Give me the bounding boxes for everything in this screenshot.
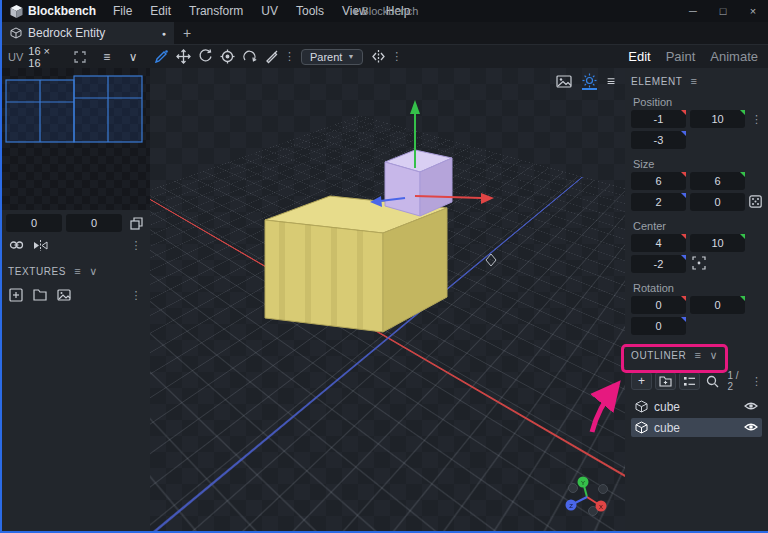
outliner-options-icon[interactable]: ⋮ (751, 375, 762, 388)
toolbar-separator-icon: ⋮ (282, 50, 297, 63)
menu-uv[interactable]: UV (252, 0, 287, 22)
position-z-value: -3 (654, 134, 664, 146)
tab-label: Bedrock Entity (28, 26, 105, 40)
visibility-eye-icon[interactable] (744, 421, 758, 435)
uv-collapse-icon[interactable]: ∨ (123, 47, 145, 67)
textures-options-icon[interactable]: ⋮ (126, 286, 146, 304)
center-z-value: -2 (654, 258, 664, 270)
position-z-input[interactable]: -3 (631, 131, 686, 149)
add-cube-button[interactable]: + (631, 372, 652, 390)
position-x-value: -1 (654, 113, 664, 125)
inflate-value: 0 (714, 196, 720, 208)
center-y-input[interactable]: 10 (690, 234, 745, 252)
center-pivot-icon[interactable] (692, 256, 706, 272)
reference-image-button[interactable] (54, 286, 74, 304)
uv-u-value: 0 (31, 217, 37, 229)
blockbench-window: ● Blockbench Blockbench File Edit Transf… (0, 0, 768, 533)
rotation-x-value: 0 (655, 299, 661, 311)
rotation-y-value: 0 (714, 299, 720, 311)
import-texture-button[interactable] (30, 286, 50, 304)
tab-bar: Bedrock Entity ● + (2, 22, 768, 44)
position-options-icon[interactable]: ⋮ (751, 113, 762, 126)
menu-transform[interactable]: Transform (180, 0, 252, 22)
menu-edit[interactable]: Edit (141, 0, 180, 22)
textures-menu-icon[interactable]: ≡ (74, 265, 81, 277)
uv-frame-icon[interactable] (69, 47, 91, 67)
move-tool[interactable] (172, 47, 194, 67)
textures-collapse-icon[interactable]: ∨ (89, 265, 98, 278)
mirror-uv-icon[interactable] (30, 236, 50, 254)
center-x-value: 4 (655, 237, 661, 249)
unsaved-indicator: ● (162, 30, 166, 37)
outliner-item-cube-2[interactable]: cube (631, 418, 762, 437)
center-z-input[interactable]: -2 (631, 255, 686, 273)
pivot-tool[interactable] (216, 47, 238, 67)
rotate-handle-diamond[interactable] (486, 254, 496, 266)
uv-mapping-overlay[interactable] (2, 68, 150, 210)
yellow-cube[interactable] (265, 196, 447, 340)
size-z-value: 2 (655, 196, 661, 208)
inflate-input[interactable]: 0 (690, 193, 745, 211)
viewport-menu-icon[interactable]: ≡ (607, 72, 615, 90)
parent-dropdown[interactable]: Parent ▼ (301, 49, 363, 65)
size-x-input[interactable]: 6 (631, 172, 686, 190)
uv-menu-icon[interactable]: ≡ (96, 47, 118, 67)
visibility-eye-icon[interactable] (744, 400, 758, 414)
uv-v-input[interactable]: 0 (66, 214, 122, 232)
create-texture-button[interactable] (6, 286, 26, 304)
orientation-gizmo[interactable]: Y X Z (559, 473, 615, 523)
mode-tab-animate[interactable]: Animate (710, 49, 758, 64)
position-y-input[interactable]: 10 (690, 110, 745, 128)
toolbar-overflow-icon[interactable]: ⋮ (389, 50, 404, 63)
menu-file[interactable]: File (104, 0, 141, 22)
paint-brush-tool[interactable] (150, 47, 172, 67)
outliner-menu-icon[interactable]: ≡ (694, 349, 701, 361)
mode-tab-edit[interactable]: Edit (628, 49, 650, 64)
size-y-input[interactable]: 6 (690, 172, 745, 190)
scene-canvas[interactable] (150, 68, 625, 531)
minimize-button[interactable]: ─ (678, 0, 708, 22)
copy-uv-icon[interactable] (126, 214, 146, 232)
rotation-z-input[interactable]: 0 (631, 317, 686, 335)
mode-tab-paint[interactable]: Paint (666, 49, 696, 64)
uv-u-input[interactable]: 0 (6, 214, 62, 232)
outliner-pagination: 1 / 2 (727, 370, 746, 392)
gizmo-x-label: X (599, 504, 603, 510)
uv-editor-canvas[interactable] (2, 68, 150, 210)
parent-dropdown-label: Parent (310, 51, 342, 63)
add-group-button[interactable] (655, 372, 676, 390)
app-name: Blockbench (28, 4, 96, 18)
position-x-input[interactable]: -1 (631, 110, 686, 128)
new-tab-button[interactable]: + (174, 22, 200, 44)
outliner-toggle-button[interactable] (679, 372, 700, 390)
knife-tool[interactable] (260, 47, 282, 67)
uv-options-icon[interactable]: ⋮ (126, 236, 146, 254)
textures-header: TEXTURES ≡ ∨ (2, 260, 150, 282)
screenshot-icon[interactable] (556, 72, 572, 90)
link-uv-icon[interactable] (6, 236, 26, 254)
rotation-x-input[interactable]: 0 (631, 296, 686, 314)
3d-viewport[interactable]: ≡ Y X Z (150, 68, 625, 531)
outliner-collapse-icon[interactable]: ∨ (709, 349, 718, 362)
menu-tools[interactable]: Tools (287, 0, 333, 22)
randomize-dice-icon[interactable] (749, 195, 762, 210)
menu-help[interactable]: Help (377, 0, 420, 22)
rotation-y-input[interactable]: 0 (690, 296, 745, 314)
mirror-modeling-tool[interactable] (367, 47, 389, 67)
tab-bedrock-entity[interactable]: Bedrock Entity ● (2, 22, 174, 44)
center-x-input[interactable]: 4 (631, 234, 686, 252)
rotate-tool[interactable] (238, 47, 260, 67)
menu-view[interactable]: View (333, 0, 377, 22)
search-icon[interactable] (703, 372, 722, 390)
resize-tool[interactable] (194, 47, 216, 67)
lighting-sun-icon[interactable] (582, 72, 597, 90)
outliner-item-label: cube (654, 421, 680, 435)
close-button[interactable]: × (738, 0, 768, 22)
size-z-input[interactable]: 2 (631, 193, 686, 211)
maximize-button[interactable]: □ (708, 0, 738, 22)
element-menu-icon[interactable]: ≡ (690, 75, 697, 87)
uv-toolbar: UV 16 × 16 ≡ ∨ (2, 45, 150, 69)
outliner-item-cube-1[interactable]: cube (631, 397, 762, 416)
purple-cube[interactable] (385, 150, 452, 216)
element-header-label: ELEMENT (631, 76, 682, 87)
